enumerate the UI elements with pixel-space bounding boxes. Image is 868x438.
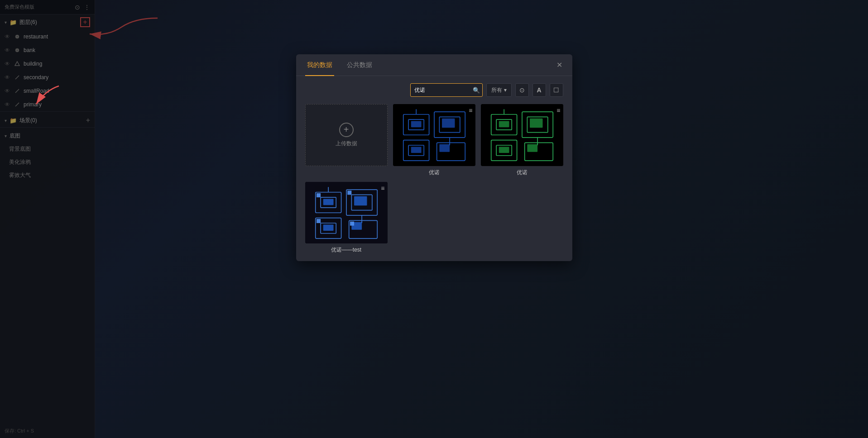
- data-card-name-1: 优诺: [429, 169, 440, 176]
- data-card-thumb-1[interactable]: ≡: [393, 104, 475, 166]
- data-card-menu-3[interactable]: ≡: [381, 185, 384, 192]
- data-card-thumb-3[interactable]: ≡: [305, 182, 388, 244]
- filter-icon-btn[interactable]: ⊙: [515, 83, 529, 97]
- modal-body: 🔍 所有 ▾ ⊙ A ☐: [296, 76, 572, 261]
- modal-overlay: 我的数据 公共数据 ✕ 🔍 所有 ▾ ⊙ A ☐: [0, 0, 868, 438]
- thumb-svg-2: [481, 104, 563, 166]
- svg-rect-88: [527, 144, 537, 152]
- search-bar: 🔍 所有 ▾ ⊙ A ☐: [305, 83, 563, 97]
- svg-rect-99: [323, 199, 333, 205]
- svg-rect-85: [499, 121, 509, 128]
- tab-public-data[interactable]: 公共数据: [345, 54, 374, 76]
- upload-label: 上传数据: [336, 140, 357, 148]
- search-icon[interactable]: 🔍: [473, 87, 480, 94]
- search-input-wrap: 🔍: [410, 83, 483, 97]
- svg-rect-86: [530, 119, 542, 128]
- save-icon-btn[interactable]: ☐: [550, 83, 563, 97]
- upload-plus-icon: +: [339, 123, 354, 137]
- data-card-2: ≡: [481, 104, 563, 176]
- tab-my-data[interactable]: 我的数据: [305, 54, 334, 76]
- thumb-svg-3: [305, 182, 388, 244]
- filter-chevron-icon: ▾: [504, 87, 507, 93]
- svg-rect-104: [347, 190, 351, 195]
- data-card-menu-1[interactable]: ≡: [469, 107, 472, 114]
- data-card-thumb-2[interactable]: ≡: [481, 104, 563, 166]
- thumb-svg-1: [393, 104, 475, 166]
- svg-rect-74: [439, 144, 450, 152]
- svg-rect-101: [323, 224, 333, 231]
- modal-header: 我的数据 公共数据 ✕: [296, 54, 572, 76]
- filter-dropdown[interactable]: 所有 ▾: [486, 83, 512, 97]
- modal-close-button[interactable]: ✕: [554, 60, 565, 71]
- svg-rect-100: [354, 196, 367, 205]
- data-modal: 我的数据 公共数据 ✕ 🔍 所有 ▾ ⊙ A ☐: [296, 54, 572, 261]
- svg-rect-73: [411, 147, 421, 153]
- data-card-name-3: 优诺——test: [331, 246, 361, 254]
- search-input[interactable]: [410, 83, 483, 97]
- data-card-menu-2[interactable]: ≡: [556, 107, 560, 114]
- svg-rect-72: [442, 119, 455, 128]
- upload-card[interactable]: + 上传数据: [305, 104, 388, 166]
- data-card-1: ≡: [393, 104, 475, 176]
- svg-rect-105: [317, 219, 321, 223]
- svg-rect-87: [499, 147, 509, 153]
- data-card-name-2: 优诺: [517, 169, 528, 176]
- data-grid: + 上传数据 ≡: [305, 104, 563, 254]
- svg-rect-103: [317, 193, 321, 197]
- font-icon-btn[interactable]: A: [532, 83, 546, 97]
- svg-rect-71: [411, 121, 421, 128]
- data-card-3: ≡: [305, 182, 388, 254]
- svg-rect-106: [350, 221, 354, 225]
